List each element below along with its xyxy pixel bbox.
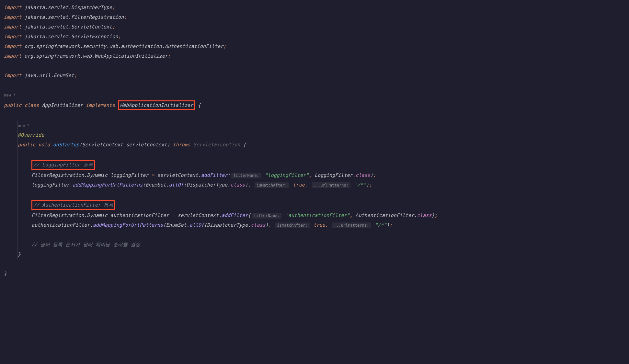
- keyword-import: import: [4, 14, 21, 20]
- code-line: authenticationFilter.addMappingForUrlPat…: [31, 220, 625, 230]
- blank-line: [4, 80, 625, 90]
- code-editor[interactable]: import jakarta.servlet.DispatcherType; i…: [0, 3, 629, 279]
- type: EnumSet: [145, 182, 166, 188]
- package-path: jakarta.servlet.ServletException: [24, 34, 118, 40]
- highlighted-comment: // AuthenticationFilter 등록: [31, 200, 115, 210]
- semicolon: ;: [118, 34, 121, 40]
- param-hint: filterName:: [252, 213, 281, 219]
- semicolon: ;: [124, 14, 127, 20]
- method-call: addFilter: [201, 172, 227, 178]
- blank-line: [4, 111, 625, 120]
- code-line: loggingFilter.addMappingForUrlPatterns(E…: [31, 180, 625, 190]
- blank-line: [31, 230, 625, 240]
- param-hint: filterName:: [231, 173, 261, 178]
- override-annotation: @Override: [18, 132, 44, 138]
- close-brace-line: }: [18, 249, 625, 259]
- class-field: class: [417, 212, 431, 218]
- type: FilterRegistration: [31, 172, 84, 178]
- method-call: addMappingForUrlPatterns: [93, 222, 163, 228]
- type: LoggingFilter: [314, 172, 352, 178]
- type: DispatcherType: [187, 182, 227, 188]
- variable: authenticationFilter: [31, 222, 90, 228]
- string-literal: "loggingFilter": [265, 172, 309, 178]
- keyword-import: import: [4, 5, 21, 10]
- keyword-public: public: [18, 142, 35, 148]
- method-call: allOf: [189, 222, 204, 228]
- keyword-import: import: [4, 24, 21, 30]
- type: Dynamic: [87, 172, 108, 178]
- keyword-implements: implements: [86, 102, 115, 108]
- class-declaration: public class AppInitializer implements W…: [4, 100, 625, 111]
- semicolon: ;: [74, 73, 77, 78]
- exception-type: ServletException: [193, 142, 240, 148]
- string-literal: "authenticationFilter": [285, 212, 350, 218]
- class-field: class: [251, 222, 265, 228]
- blank-line: [4, 259, 625, 269]
- variable: servletContext: [178, 212, 219, 218]
- blank-line: [31, 150, 625, 159]
- param-hint: isMatchAfter:: [255, 182, 289, 188]
- variable: servletContext: [157, 172, 198, 178]
- method-call: addMappingForUrlPatterns: [72, 182, 143, 188]
- type: EnumSet: [166, 222, 186, 228]
- comment-line: // AuthenticationFilter 등록: [31, 199, 625, 210]
- semicolon: ;: [168, 53, 171, 59]
- boolean: true: [293, 182, 304, 188]
- method-declaration: public void onStartup(ServletContext ser…: [18, 140, 625, 150]
- method-call: addFilter: [222, 212, 248, 218]
- import-line: import org.springframework.web.WebApplic…: [4, 51, 625, 61]
- param-hint: isMatchAfter:: [275, 222, 310, 228]
- blank-line: [31, 190, 625, 199]
- param-hint: ...urlPatterns:: [312, 182, 350, 188]
- import-line: import java.util.EnumSet;: [4, 71, 625, 80]
- keyword-throws: throws: [173, 142, 190, 148]
- keyword-import: import: [4, 73, 21, 78]
- inlay-hint-line: new *: [18, 120, 625, 130]
- method-name: onStartup: [53, 142, 79, 148]
- open-brace: {: [198, 102, 201, 108]
- open-paren: (: [79, 142, 82, 148]
- code-line: FilterRegistration.Dynamic authenticatio…: [31, 210, 625, 220]
- keyword-void: void: [38, 142, 50, 148]
- string-literal: "/*": [354, 182, 366, 188]
- package-path: java.util.EnumSet: [24, 73, 74, 78]
- logging-comment: // LoggingFilter 등록: [33, 162, 93, 168]
- semicolon: ;: [223, 43, 226, 49]
- class-field: class: [230, 182, 245, 188]
- inlay-hint-line: new *: [4, 90, 625, 100]
- auth-comment: // AuthenticationFilter 등록: [33, 202, 113, 208]
- method-inner-block: // LoggingFilter 등록 FilterRegistration.D…: [31, 150, 625, 249]
- param-name: servletContext: [126, 142, 167, 148]
- method-body-block: new * @Override public void onStartup(Se…: [17, 120, 625, 259]
- package-path: jakarta.servlet.DispatcherType: [24, 5, 112, 10]
- package-path: jakarta.servlet.ServletContext: [24, 24, 112, 30]
- comment-line: // 필터 등록 순서가 필터 체이닝 순서를 결정: [31, 240, 625, 249]
- code-line: FilterRegistration.Dynamic loggingFilter…: [31, 170, 625, 180]
- keyword-import: import: [4, 43, 21, 49]
- method-call: allOf: [169, 182, 183, 188]
- package-path: jakarta.servlet.FilterRegistration: [24, 14, 124, 20]
- close-brace: }: [4, 271, 7, 277]
- import-line: import jakarta.servlet.DispatcherType;: [4, 3, 625, 12]
- semicolon: ;: [112, 24, 115, 30]
- type: AuthenticationFilter: [356, 212, 414, 218]
- import-line: import jakarta.servlet.ServletException;: [4, 32, 625, 41]
- open-brace: {: [243, 142, 246, 148]
- close-brace: }: [18, 251, 21, 257]
- package-path: org.springframework.web.WebApplicationIn…: [24, 53, 168, 59]
- keyword-import: import: [4, 34, 21, 40]
- interface-name: WebApplicationInitializer: [120, 102, 193, 108]
- param-hint: ...urlPatterns:: [332, 222, 371, 228]
- package-path: org.springframework.security.web.authent…: [24, 43, 223, 49]
- type: DispatcherType: [207, 222, 248, 228]
- comment-line: // LoggingFilter 등록: [31, 159, 625, 170]
- class-name: AppInitializer: [42, 102, 83, 108]
- import-line: import org.springframework.security.web.…: [4, 41, 625, 51]
- semicolon: ;: [112, 5, 115, 10]
- keyword-public: public: [4, 102, 21, 108]
- keyword-import: import: [4, 53, 21, 59]
- type: FilterRegistration: [31, 212, 84, 218]
- annotation-line: @Override: [18, 130, 625, 140]
- import-line: import jakarta.servlet.ServletContext;: [4, 22, 625, 32]
- highlighted-comment: // LoggingFilter 등록: [31, 160, 95, 170]
